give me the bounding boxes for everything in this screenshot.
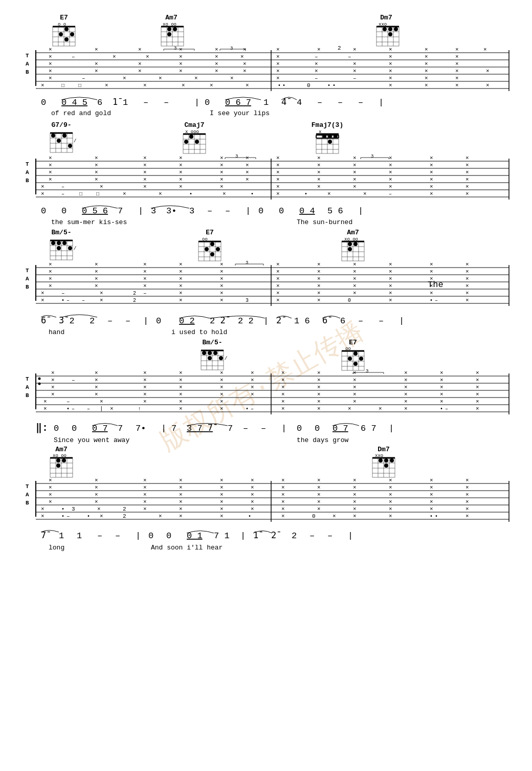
svg-text:×: ×	[276, 290, 280, 296]
svg-text:the days grow: the days grow	[297, 436, 349, 444]
svg-text:×: ×	[220, 492, 224, 498]
svg-text:2: 2	[292, 531, 297, 541]
svg-point-10	[64, 27, 69, 31]
svg-text:×: ×	[276, 297, 280, 303]
page: 版权所有·禁止传播 E7 o o	[0, 0, 532, 770]
svg-text:T: T	[26, 268, 29, 274]
svg-text:–: –	[207, 206, 212, 216]
svg-text:×: ×	[220, 169, 224, 175]
tab-content: 版权所有·禁止传播 E7 o o	[20, 10, 512, 760]
svg-text:×: ×	[100, 513, 103, 519]
svg-text:×: ×	[455, 54, 459, 60]
svg-text:×: ×	[389, 162, 392, 168]
svg-text:|: |	[246, 206, 251, 216]
svg-text:×: ×	[476, 391, 479, 398]
svg-text:–: –	[251, 406, 254, 412]
svg-text:×: ×	[95, 283, 98, 289]
svg-text:×: ×	[425, 82, 428, 89]
svg-text:E7: E7	[60, 14, 68, 21]
svg-text:×: ×	[179, 54, 183, 60]
svg-text:3: 3	[235, 154, 238, 159]
svg-text:×: ×	[389, 506, 392, 512]
svg-text:×: ×	[143, 484, 147, 491]
svg-text:×: ×	[476, 377, 479, 383]
svg-text:×: ×	[41, 297, 45, 303]
svg-text:3 7 7̄: 3 7 7̄	[187, 424, 217, 433]
svg-text:×: ×	[317, 399, 321, 405]
svg-text:×: ×	[143, 169, 147, 175]
chord-e7: E7 o o	[53, 14, 75, 46]
svg-text:–: –	[82, 298, 85, 303]
svg-text:×: ×	[179, 492, 183, 498]
svg-text:×: ×	[476, 384, 479, 390]
svg-text:×: ×	[251, 391, 254, 398]
svg-text:–: –	[107, 316, 113, 326]
svg-text:B: B	[26, 500, 29, 506]
svg-text:×: ×	[465, 513, 469, 519]
svg-text:×: ×	[353, 47, 357, 53]
svg-text:×: ×	[353, 162, 357, 168]
svg-text:•: •	[61, 506, 64, 512]
svg-text:×: ×	[215, 68, 218, 74]
svg-text:×: ×	[353, 391, 357, 398]
svg-point-627	[56, 464, 60, 468]
svg-text:4: 4	[297, 98, 302, 107]
svg-text:6 7: 6 7	[361, 424, 376, 433]
svg-text:3: 3	[366, 369, 368, 374]
svg-text:×: ×	[476, 399, 479, 405]
svg-text:×: ×	[281, 499, 285, 505]
svg-text:|: |	[138, 206, 143, 216]
svg-point-172	[62, 134, 66, 138]
svg-text:×: ×	[220, 370, 224, 376]
svg-text:×: ×	[455, 75, 459, 81]
svg-text:|: |	[100, 406, 103, 412]
svg-text:×: ×	[143, 162, 147, 168]
svg-text:–: –	[315, 75, 318, 81]
svg-text:×: ×	[389, 269, 392, 275]
svg-text:0: 0	[307, 82, 311, 89]
svg-point-173	[68, 144, 72, 148]
svg-text:0: 0	[54, 424, 59, 433]
svg-text:–: –	[72, 377, 75, 383]
svg-text:×: ×	[179, 484, 183, 491]
svg-point-330	[68, 246, 72, 250]
svg-text:×: ×	[220, 406, 224, 412]
svg-text:×: ×	[110, 406, 114, 412]
svg-text:–: –	[225, 206, 230, 216]
svg-text:×: ×	[389, 492, 392, 498]
tab-staff-1: T A B × × × × × ×	[26, 45, 509, 91]
svg-text:×: ×	[476, 406, 479, 412]
svg-text:–: –	[82, 75, 85, 81]
svg-text:×: ×	[389, 54, 392, 60]
svg-text:×: ×	[51, 370, 55, 376]
svg-text:×: ×	[95, 155, 98, 161]
svg-point-638	[379, 458, 383, 462]
svg-text:/: /	[74, 139, 76, 144]
svg-text:×: ×	[179, 169, 183, 175]
svg-text:–: –	[435, 298, 438, 303]
svg-text:×: ×	[465, 276, 469, 282]
svg-text:×: ×	[159, 191, 162, 197]
svg-text:0: 0	[166, 531, 171, 541]
svg-text:0 6 7: 0 6 7	[225, 98, 251, 107]
svg-text:×: ×	[220, 297, 224, 303]
svg-point-640	[390, 458, 394, 462]
svg-text:3: 3	[174, 46, 176, 51]
svg-text:×: ×	[317, 391, 321, 398]
svg-text:×: ×	[465, 155, 469, 161]
svg-text:×: ×	[143, 269, 147, 275]
svg-text:T: T	[26, 483, 29, 490]
svg-point-478	[208, 351, 212, 355]
svg-text:×: ×	[220, 276, 224, 282]
svg-text:0: 0	[205, 98, 210, 107]
svg-point-25	[173, 27, 177, 31]
svg-text:×: ×	[143, 283, 147, 289]
svg-text:7: 7	[171, 424, 176, 433]
svg-text:×: ×	[105, 82, 108, 89]
svg-text:×: ×	[49, 177, 52, 183]
chord-e7-3: E7 oo	[198, 229, 221, 261]
svg-point-494	[348, 357, 352, 361]
svg-text:–: –	[353, 75, 357, 81]
svg-text:×: ×	[389, 283, 392, 289]
svg-text:×: ×	[179, 283, 183, 289]
